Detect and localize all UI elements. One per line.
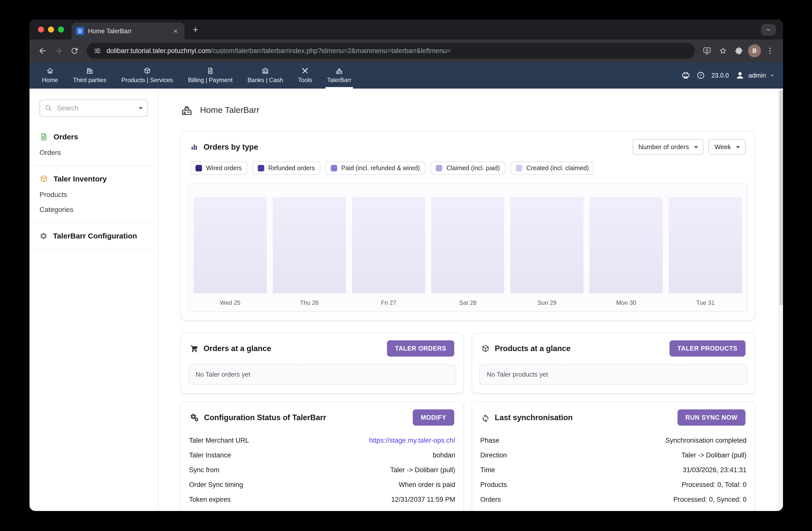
print-icon[interactable] bbox=[682, 71, 690, 80]
period-select[interactable]: Week bbox=[709, 139, 745, 155]
sync-rows: Phase Synchronisation completed Directio… bbox=[472, 431, 754, 511]
install-app-button[interactable] bbox=[699, 43, 715, 59]
card-title: Products at a glance bbox=[495, 344, 570, 353]
forward-button[interactable] bbox=[50, 43, 67, 59]
legend-label: Created (incl. claimed) bbox=[526, 164, 589, 172]
close-window-button[interactable] bbox=[38, 27, 44, 32]
page-content: Orders Orders Taler Inventory Products C… bbox=[29, 88, 783, 511]
search-icon bbox=[44, 104, 52, 112]
chart-column: Wed 25 bbox=[193, 197, 267, 307]
taler-orders-button[interactable]: TALER ORDERS bbox=[387, 340, 454, 357]
merchant-url-link[interactable]: https://stage.my.taler-ops.ch/ bbox=[369, 437, 455, 444]
legend-item-paid[interactable]: Paid (incl. refunded & wired) bbox=[325, 162, 425, 174]
version-label: 23.0.0 bbox=[711, 72, 729, 79]
menu-item-products-services[interactable]: Products | Services bbox=[114, 62, 180, 88]
sidebar-section-taler-inventory: Taler Inventory bbox=[29, 171, 158, 187]
search-dropdown-caret[interactable] bbox=[139, 107, 143, 110]
reload-button[interactable] bbox=[67, 43, 83, 59]
sync-row-products: Products Processed: 0, Total: 0 bbox=[480, 477, 746, 492]
x-axis-label: Sun 29 bbox=[510, 299, 583, 307]
legend-item-refunded-orders[interactable]: Refunded orders bbox=[252, 162, 320, 174]
browser-window: D Home TalerBarr × + dolibarr.tutorial.t… bbox=[29, 19, 783, 511]
cash-register-icon bbox=[335, 67, 343, 74]
menu-item-talerbarr[interactable]: TalerBarr bbox=[319, 62, 359, 88]
legend-item-wired-orders[interactable]: Wired orders bbox=[190, 162, 247, 174]
menu-label: Home bbox=[42, 76, 58, 84]
scrollbar-thumb[interactable] bbox=[780, 90, 783, 305]
chart-bar bbox=[669, 197, 742, 293]
home-icon bbox=[46, 67, 54, 74]
browser-tab[interactable]: D Home TalerBarr × bbox=[72, 23, 185, 40]
minimize-window-button[interactable] bbox=[48, 27, 54, 32]
tab-strip: D Home TalerBarr × + bbox=[29, 19, 783, 40]
x-axis-label: Fri 27 bbox=[352, 299, 425, 307]
box-icon bbox=[40, 174, 48, 183]
building-icon bbox=[86, 67, 93, 74]
page-header: Home TalerBarr bbox=[180, 103, 755, 116]
configuration-status-header: Configuration Status of TalerBarr MODIFY bbox=[181, 402, 463, 431]
chart-bar bbox=[352, 197, 425, 293]
row-value: Taler -> Dolibarr (pull) bbox=[682, 451, 746, 459]
menu-label: Banks | Cash bbox=[247, 76, 283, 84]
maximize-window-button[interactable] bbox=[58, 27, 64, 32]
search-input[interactable] bbox=[40, 100, 148, 116]
address-bar[interactable]: dolibarr.tutorial.taler.potuzhnyi.com/cu… bbox=[87, 43, 695, 59]
sync-icon bbox=[481, 414, 490, 422]
menu-item-third-parties[interactable]: Third parties bbox=[66, 62, 114, 88]
page-title: Home TalerBarr bbox=[200, 105, 259, 115]
sidebar-link-categories[interactable]: Categories bbox=[29, 202, 158, 217]
tab-search-button[interactable] bbox=[761, 24, 776, 36]
row-label: Direction bbox=[480, 451, 507, 459]
last-synchronisation-card: Last synchronisation RUN SYNC NOW Phase … bbox=[472, 401, 755, 511]
menu-item-billing-payment[interactable]: Billing | Payment bbox=[180, 62, 240, 88]
sidebar-section-title: Orders bbox=[54, 132, 78, 141]
orders-by-type-card: Orders by type Number of orders Week Wir… bbox=[180, 131, 755, 320]
row-value: 12/31/2037 11:59 PM bbox=[391, 496, 455, 503]
browser-menu-button[interactable] bbox=[762, 43, 778, 59]
gear-icon bbox=[40, 232, 47, 240]
legend-swatch bbox=[516, 165, 522, 171]
row-label: Phase bbox=[480, 437, 499, 444]
taler-products-button[interactable]: TALER PRODUCTS bbox=[669, 340, 745, 357]
back-icon bbox=[38, 46, 47, 56]
profile-avatar[interactable]: B bbox=[748, 44, 761, 57]
orders-glance-header: Orders at a glance TALER ORDERS bbox=[181, 333, 463, 362]
cash-register-icon bbox=[180, 103, 193, 116]
bookmark-button[interactable] bbox=[715, 43, 731, 59]
help-icon[interactable]: ? bbox=[696, 71, 705, 80]
main-area: Home TalerBarr Orders by type Number of … bbox=[159, 88, 783, 511]
chart-column: Sat 28 bbox=[431, 197, 505, 307]
row-label: Taler Merchant URL bbox=[189, 437, 249, 444]
chart-bar bbox=[431, 197, 505, 293]
back-button[interactable] bbox=[34, 43, 50, 59]
menu-item-tools[interactable]: Tools bbox=[290, 62, 319, 88]
sync-row-direction: Direction Taler -> Dolibarr (pull) bbox=[480, 448, 746, 463]
top-menu-right: ? 23.0.0 admin bbox=[682, 62, 778, 88]
new-tab-button[interactable]: + bbox=[188, 23, 203, 37]
modify-button[interactable]: MODIFY bbox=[413, 409, 454, 425]
menu-item-home[interactable]: Home bbox=[34, 62, 66, 88]
row-label: Orders bbox=[480, 496, 501, 503]
products-empty-state: No Taler products yet bbox=[479, 364, 748, 385]
legend-item-claimed[interactable]: Claimed (incl. paid) bbox=[430, 162, 505, 174]
row-label: Order Sync timing bbox=[189, 481, 243, 489]
tab-close-icon[interactable]: × bbox=[171, 27, 180, 36]
user-menu[interactable]: admin bbox=[735, 71, 775, 80]
menu-item-banks-cash[interactable]: Banks | Cash bbox=[240, 62, 290, 88]
extensions-button[interactable] bbox=[731, 43, 747, 59]
chart-bar bbox=[193, 197, 267, 293]
run-sync-now-button[interactable]: RUN SYNC NOW bbox=[678, 409, 745, 425]
site-settings-icon[interactable] bbox=[93, 47, 102, 55]
row-value: 31/03/2026, 23:41:31 bbox=[683, 466, 746, 474]
metric-select[interactable]: Number of orders bbox=[633, 139, 704, 155]
sidebar-link-products[interactable]: Products bbox=[29, 187, 158, 202]
legend-item-created[interactable]: Created (incl. claimed) bbox=[510, 162, 594, 174]
page-scrollbar[interactable] bbox=[779, 88, 783, 511]
x-axis-label: Wed 25 bbox=[193, 299, 267, 307]
dolibarr-top-menu: Home Third parties Products | Services B… bbox=[29, 62, 783, 88]
sidebar-link-orders[interactable]: Orders bbox=[29, 145, 158, 160]
legend-label: Claimed (incl. paid) bbox=[446, 164, 500, 172]
sidebar-section-talerbarr-configuration[interactable]: TalerBarr Configuration bbox=[29, 228, 158, 244]
row-value: Processed: 0, Synced: 0 bbox=[673, 496, 746, 503]
card-title: Orders at a glance bbox=[203, 344, 271, 353]
